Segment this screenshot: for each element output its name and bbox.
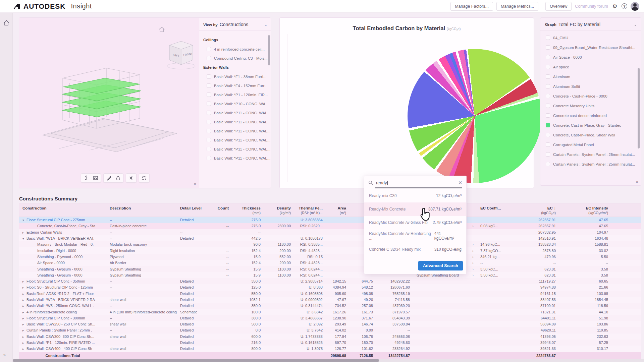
help-icon[interactable]: ? bbox=[622, 3, 627, 9]
overview-button[interactable]: Overview bbox=[545, 2, 572, 11]
search-result-item[interactable]: ReadyMix Concrete /w Glass Fib2.79 kgCO₂… bbox=[364, 216, 466, 229]
checkbox-unchecked-icon[interactable] bbox=[546, 94, 550, 98]
checkbox-unchecked-icon[interactable] bbox=[207, 93, 211, 97]
section-box-icon[interactable] bbox=[141, 175, 148, 181]
manage-metrics-button[interactable]: Manage Metrics... bbox=[496, 2, 538, 11]
checkbox-unchecked-icon[interactable] bbox=[207, 129, 211, 133]
column-header[interactable]: Detail Level bbox=[177, 205, 210, 211]
expander-closed-icon[interactable]: ▸ bbox=[22, 347, 26, 351]
manage-factors-button[interactable]: Manage Factors... bbox=[450, 2, 493, 11]
expander-closed-icon[interactable]: ▸ bbox=[22, 280, 26, 283]
horizontal-scrollbar-track[interactable] bbox=[0, 359, 644, 362]
column-header[interactable]: Density(kg/m³) bbox=[264, 205, 294, 216]
checkbox-unchecked-icon[interactable] bbox=[207, 74, 211, 79]
view-by-item[interactable]: 4 in reinforced-concrete ceil... bbox=[199, 45, 271, 54]
table-row[interactable]: Masonry - Brick Modular - Red - 0.Modula… bbox=[19, 241, 641, 247]
expander-closed-icon[interactable]: ▸ bbox=[22, 317, 26, 320]
expander-closed-icon[interactable]: ▸ bbox=[22, 335, 26, 339]
checkbox-unchecked-icon[interactable] bbox=[207, 120, 211, 124]
checkbox-unchecked-icon[interactable] bbox=[207, 111, 211, 115]
view-by-item[interactable]: Basic Wall: *P11 - CONC. WAL... bbox=[199, 126, 271, 135]
ec-definition-chevron-icon[interactable]: › bbox=[472, 261, 474, 265]
column-header[interactable]: Count bbox=[210, 205, 232, 211]
column-header[interactable]: Description bbox=[106, 205, 177, 211]
search-result-item[interactable]: ReadyMix Concrete /w Reinforcing ...441 … bbox=[364, 229, 466, 243]
column-header[interactable]: EC Coeffi... bbox=[477, 205, 509, 211]
sort-descending-icon[interactable]: ↓ bbox=[554, 206, 556, 210]
table-row[interactable]: ▸Curtain Panels : System Panel : 25mm .-… bbox=[19, 327, 641, 333]
view-by-item[interactable]: Basic Wall: *P10 - CONC. WA... bbox=[199, 99, 271, 108]
expander-closed-icon[interactable]: ▸ bbox=[22, 298, 26, 302]
materials-expand-icon[interactable]: » bbox=[636, 179, 638, 184]
checkbox-unchecked-icon[interactable] bbox=[546, 162, 550, 166]
view-by-item[interactable]: Basic Wall: *P11 - CONC. WAL... bbox=[199, 154, 271, 163]
material-item[interactable]: Curtain Panels : System Panel : 25mm Ins… bbox=[540, 159, 641, 169]
close-icon[interactable]: ✕ bbox=[458, 180, 462, 185]
checkbox-unchecked-icon[interactable] bbox=[546, 84, 550, 88]
view-by-item[interactable]: Basic Wall: *F4 - 152mm Furr... bbox=[199, 81, 271, 90]
column-header[interactable]: EC ↓(kgCO₂e) bbox=[509, 205, 559, 216]
expander-closed-icon[interactable]: ▸ bbox=[22, 292, 26, 296]
table-row[interactable]: Sheathing - Gypsum - 0000Gypsum Sheathin… bbox=[19, 272, 641, 278]
search-input[interactable]: ready bbox=[376, 180, 458, 185]
checkbox-unchecked-icon[interactable] bbox=[546, 36, 550, 40]
table-row[interactable]: ▸Basic Wall: *W5 - 250mm CONC. WALL .--D… bbox=[19, 303, 641, 309]
material-item[interactable]: Concrete, Cast-in-Place, Gray - Stantec bbox=[540, 120, 641, 130]
material-item[interactable]: Curtain Panels : System Panel : 25mm Ins… bbox=[540, 149, 641, 159]
checkbox-unchecked-icon[interactable] bbox=[546, 142, 550, 147]
view-by-item[interactable]: Compound Ceiling: C3 - Mois... bbox=[199, 54, 271, 63]
material-item[interactable]: Concrete Masonry Units bbox=[540, 101, 641, 111]
expander-closed-icon[interactable]: ▸ bbox=[22, 323, 26, 326]
material-item[interactable]: Air space bbox=[540, 62, 641, 72]
view-by-scrollbar[interactable] bbox=[268, 35, 270, 65]
view-by-selected[interactable]: Constructions bbox=[220, 22, 249, 27]
ec-definition-chevron-icon[interactable]: › bbox=[472, 249, 474, 253]
table-row[interactable]: ▸Basic Wall: CSW400 - 400 CIP Conc Shshe… bbox=[19, 346, 641, 352]
first-person-icon[interactable] bbox=[83, 175, 90, 181]
material-item[interactable]: Aluminum Soffit bbox=[540, 81, 641, 91]
table-row[interactable]: ▸Floor: S0 - Structural CIP Conc - 125mm… bbox=[19, 284, 641, 290]
column-header[interactable]: Area(m²) bbox=[326, 205, 350, 216]
checkbox-unchecked-icon[interactable] bbox=[546, 104, 550, 108]
ec-definition-chevron-icon[interactable]: › bbox=[472, 242, 474, 246]
checkbox-unchecked-icon[interactable] bbox=[207, 156, 211, 160]
checkbox-checked-icon[interactable] bbox=[546, 123, 550, 127]
chevron-down-icon[interactable]: ⌄ bbox=[264, 23, 267, 27]
chevron-down-icon[interactable]: ⌄ bbox=[634, 22, 637, 27]
view-by-item[interactable]: Basic Wall: *P1 - 120min. FIR... bbox=[199, 90, 271, 99]
column-header[interactable]: Thermal Pe...(RSI: (m²·K)... bbox=[294, 205, 326, 216]
checkbox-unchecked-icon[interactable] bbox=[546, 113, 550, 118]
checkbox-unchecked-icon[interactable] bbox=[546, 55, 550, 59]
view-by-item[interactable]: Basic Wall: *F1 - 38mm Furri... bbox=[199, 72, 271, 81]
settings-gear-icon[interactable]: ⚙ bbox=[611, 3, 618, 10]
checkbox-unchecked-icon[interactable] bbox=[207, 102, 211, 106]
table-row[interactable]: ▸Basic Wall: *W2A - BRICK VENEER 2 RAshe… bbox=[19, 297, 641, 303]
material-item[interactable]: 04_CMU bbox=[540, 33, 641, 43]
search-result-item[interactable]: Ready-mix C3012 kgCO₂e/m³ bbox=[364, 189, 466, 202]
checkbox-unchecked-icon[interactable] bbox=[546, 45, 550, 50]
checkbox-unchecked-icon[interactable] bbox=[546, 152, 550, 157]
user-avatar[interactable] bbox=[631, 2, 639, 11]
material-item[interactable]: Concrete, Cast-In-Place, Shear Wall bbox=[540, 130, 641, 140]
community-forum-link[interactable]: Community forum bbox=[575, 4, 608, 9]
table-row[interactable]: Sheathing - Gypsum - 0000Gypsum Sheathin… bbox=[19, 266, 641, 272]
checkbox-unchecked-icon[interactable] bbox=[207, 83, 211, 88]
table-row[interactable]: ▸Basic Wall: *P1 - 120min. FIRE RATED ..… bbox=[19, 340, 641, 346]
home-icon[interactable] bbox=[3, 19, 10, 26]
table-row[interactable]: Sheathing - Plywood - 0000Plywood--15.95… bbox=[19, 254, 641, 260]
view-by-item[interactable]: Basic Wall: *P11 - CONC. WAL... bbox=[199, 144, 271, 154]
column-header[interactable]: Thickness(mm) bbox=[232, 205, 264, 216]
expander-open-icon[interactable]: ▾ bbox=[22, 219, 26, 222]
table-row[interactable]: Air Space - 0000Air Barrier--152.4200.00… bbox=[19, 260, 641, 266]
pen-markup-icon[interactable] bbox=[105, 175, 112, 181]
checkbox-unchecked-icon[interactable] bbox=[546, 74, 550, 79]
view-by-item[interactable]: Basic Wall: *P11 - CONC. WAL... bbox=[199, 108, 271, 117]
table-row[interactable]: ▸Basic Roof: ADSK-*R1D 2 - FLAT + Floor-… bbox=[19, 291, 641, 297]
expander-closed-icon[interactable]: ▸ bbox=[22, 231, 26, 234]
checkbox-unchecked-icon[interactable] bbox=[207, 56, 211, 60]
material-item[interactable]: Aluminum bbox=[540, 72, 641, 81]
materials-scrollbar[interactable] bbox=[638, 68, 640, 148]
column-header[interactable]: Construction bbox=[19, 205, 106, 211]
pie-chart[interactable] bbox=[408, 49, 542, 183]
expander-closed-icon[interactable]: ▸ bbox=[22, 286, 26, 289]
